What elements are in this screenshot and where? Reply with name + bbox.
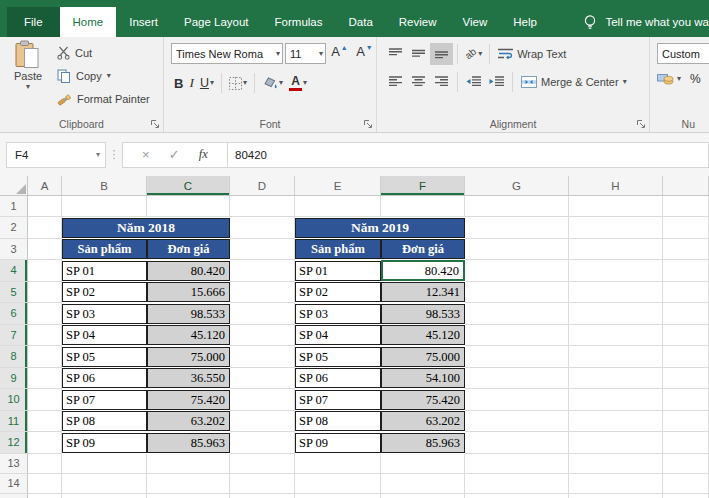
cell-H10[interactable]: [569, 389, 663, 411]
cell-H8[interactable]: [569, 346, 663, 368]
cell-F7[interactable]: 45.120: [381, 325, 465, 345]
cell-B5[interactable]: SP 02: [62, 282, 147, 302]
row-header-3[interactable]: 3: [0, 239, 28, 261]
cell-A12[interactable]: [28, 432, 62, 454]
cell-C6[interactable]: 98.533: [147, 304, 230, 324]
font-color-button[interactable]: A ▾: [286, 72, 310, 94]
cell-partial-15[interactable]: [663, 494, 709, 498]
cell-B14[interactable]: [62, 474, 147, 494]
font-size-dropdown-icon[interactable]: ▾: [319, 50, 323, 58]
copy-dropdown-icon[interactable]: ▾: [107, 72, 111, 80]
cell-H9[interactable]: [569, 368, 663, 390]
cell-E8[interactable]: SP 05: [295, 347, 381, 367]
fill-color-dropdown-icon[interactable]: ▾: [279, 79, 283, 87]
cell-partial-11[interactable]: [663, 411, 709, 433]
row-header-9[interactable]: 9: [0, 368, 28, 390]
grow-font-button[interactable]: A▲: [328, 43, 351, 64]
cell-partial-1[interactable]: [663, 196, 709, 217]
column-header-G[interactable]: G: [465, 176, 569, 195]
cell-D10[interactable]: [230, 389, 295, 411]
cut-button[interactable]: Cut: [53, 41, 154, 64]
cell-A13[interactable]: [28, 454, 62, 474]
font-name-dropdown-icon[interactable]: ▾: [276, 50, 280, 58]
bold-button[interactable]: B: [171, 72, 186, 94]
cell-D11[interactable]: [230, 411, 295, 433]
cell-C4[interactable]: 80.420: [147, 261, 230, 281]
cell-A5[interactable]: [28, 282, 62, 304]
cell-partial-7[interactable]: [663, 325, 709, 347]
row-header-7[interactable]: 7: [0, 325, 28, 347]
cell-H1[interactable]: [569, 196, 663, 217]
cell-C13[interactable]: [147, 454, 230, 474]
cell-C11[interactable]: 63.202: [147, 411, 230, 431]
cell-E15[interactable]: [295, 494, 381, 498]
cell-G15[interactable]: [465, 494, 569, 498]
ribbon-tab-page-layout[interactable]: Page Layout: [171, 7, 262, 37]
column-header-A[interactable]: A: [28, 176, 62, 195]
merge-center-dropdown-icon[interactable]: ▾: [623, 78, 627, 86]
number-format-combo[interactable]: Custom: [657, 43, 709, 64]
format-painter-button[interactable]: Format Painter: [53, 87, 154, 110]
table-header-B3[interactable]: Sản phẩm: [62, 239, 147, 259]
row-header-6[interactable]: 6: [0, 303, 28, 325]
font-color-dropdown-icon[interactable]: ▾: [303, 79, 307, 87]
cell-A7[interactable]: [28, 325, 62, 347]
bottom-align-button[interactable]: [430, 43, 453, 65]
cell-D9[interactable]: [230, 368, 295, 390]
cell-G10[interactable]: [465, 389, 569, 411]
cell-C7[interactable]: 45.120: [147, 325, 230, 345]
increase-indent-button[interactable]: [485, 71, 508, 93]
cell-H14[interactable]: [569, 474, 663, 494]
cell-G5[interactable]: [465, 282, 569, 304]
insert-function-icon[interactable]: fx: [199, 147, 208, 162]
cell-D1[interactable]: [230, 196, 295, 217]
cell-C9[interactable]: 36.550: [147, 368, 230, 388]
cell-E13[interactable]: [295, 454, 381, 474]
cell-G3[interactable]: [465, 239, 569, 261]
ribbon-tab-insert[interactable]: Insert: [116, 7, 171, 37]
select-all-corner[interactable]: [0, 176, 28, 195]
cell-A11[interactable]: [28, 411, 62, 433]
fill-color-button[interactable]: ▾: [259, 72, 286, 94]
cell-D15[interactable]: [230, 494, 295, 498]
cell-C14[interactable]: [147, 474, 230, 494]
cell-B12[interactable]: SP 09: [62, 433, 147, 453]
cell-partial-8[interactable]: [663, 346, 709, 368]
table-title-B2[interactable]: Năm 2018: [62, 218, 230, 238]
table-header-F3[interactable]: Đơn giá: [381, 239, 465, 259]
cell-partial-2[interactable]: [663, 217, 709, 239]
file-tab[interactable]: File: [7, 7, 60, 37]
cell-H5[interactable]: [569, 282, 663, 304]
align-left-button[interactable]: [384, 71, 407, 93]
ribbon-tab-home[interactable]: Home: [60, 7, 117, 37]
formula-bar-handle[interactable]: ⋮: [106, 148, 122, 161]
cell-A1[interactable]: [28, 196, 62, 217]
cell-G1[interactable]: [465, 196, 569, 217]
column-header-E[interactable]: E: [295, 176, 381, 195]
cell-C1[interactable]: [147, 196, 230, 217]
cell-partial-12[interactable]: [663, 432, 709, 454]
row-header-4[interactable]: 4: [0, 260, 28, 282]
merge-center-button[interactable]: Merge & Center ▾: [517, 71, 631, 93]
cell-F12[interactable]: 85.963: [381, 433, 465, 453]
ribbon-tab-data[interactable]: Data: [336, 7, 386, 37]
cell-D7[interactable]: [230, 325, 295, 347]
copy-button[interactable]: Copy ▾: [53, 64, 154, 87]
font-name-combo[interactable]: Times New Roma ▾: [171, 43, 283, 64]
cell-D2[interactable]: [230, 217, 295, 239]
row-header-13[interactable]: 13: [0, 454, 28, 474]
paste-dropdown-icon[interactable]: ▾: [26, 83, 30, 91]
cell-partial-9[interactable]: [663, 368, 709, 390]
column-header-B[interactable]: B: [62, 176, 147, 195]
enter-icon[interactable]: ✓: [169, 147, 180, 162]
cell-F11[interactable]: 63.202: [381, 411, 465, 431]
cell-A3[interactable]: [28, 239, 62, 261]
cell-G6[interactable]: [465, 303, 569, 325]
cell-E4[interactable]: SP 01: [295, 261, 381, 281]
ribbon-tab-help[interactable]: Help: [500, 7, 550, 37]
underline-button[interactable]: U▾: [197, 72, 217, 94]
align-center-button[interactable]: [407, 71, 430, 93]
cell-F13[interactable]: [381, 454, 465, 474]
cell-D5[interactable]: [230, 282, 295, 304]
cell-G2[interactable]: [465, 217, 569, 239]
